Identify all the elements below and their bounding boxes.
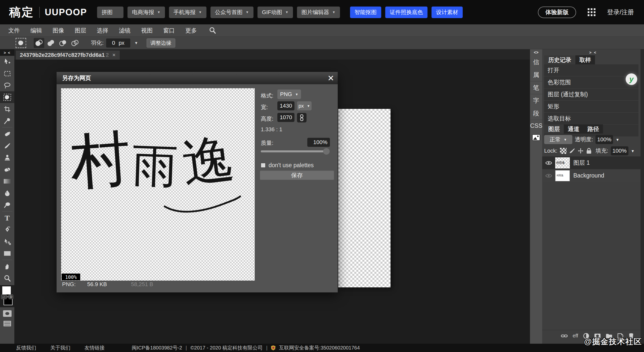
lock-all-icon[interactable] [586, 148, 592, 154]
tab-channels[interactable]: 通道 [564, 124, 583, 134]
layer-row[interactable]: 村雨逸 Background [542, 169, 640, 182]
login-register-link[interactable]: 登录/注册 [607, 8, 634, 16]
tab-sampling[interactable]: 取样 [575, 55, 595, 64]
tab-history[interactable]: 历史记录 [544, 55, 575, 64]
menu-item[interactable]: 视图 [136, 27, 158, 34]
opacity-input[interactable]: 100% [595, 135, 613, 144]
top-nav-button[interactable]: 手机海报 ▼ [169, 7, 206, 18]
refine-edge-button[interactable]: 调整边缘 [147, 38, 175, 48]
rightstrip-collapse-toggle[interactable]: <> [534, 49, 539, 56]
close-tab-icon[interactable]: × [112, 52, 116, 58]
blend-mode-select[interactable]: 正常 ▼ [544, 135, 572, 144]
path-select-tool-button[interactable] [0, 236, 14, 247]
link-icon[interactable] [561, 334, 568, 338]
menu-item[interactable]: 图像 [47, 27, 69, 34]
statusbar-link[interactable]: 反馈我们 [9, 344, 43, 351]
eyedropper-tool-button[interactable] [0, 115, 14, 127]
top-nav-button[interactable]: 公众号首图 ▼ [210, 7, 253, 18]
save-button[interactable]: 保存 [260, 170, 334, 180]
menu-item[interactable]: 编辑 [25, 27, 47, 34]
helper-floating-badge[interactable]: y [626, 73, 637, 85]
top-nav-button[interactable]: GIF动图 ▼ [257, 7, 293, 18]
document-tab[interactable]: 24379b2e228c9f47c827fb7dd6a1 2 × [16, 51, 120, 60]
palette-checkbox[interactable] [261, 163, 266, 168]
blur-tool-button[interactable] [0, 187, 14, 199]
quality-slider[interactable] [261, 150, 329, 152]
move-tool-button[interactable] [0, 56, 14, 68]
menu-item[interactable]: 窗口 [158, 27, 180, 34]
menu-item[interactable]: 滤镜 [114, 27, 136, 34]
history-step[interactable]: 矩形 [544, 101, 638, 113]
unit-select[interactable]: px ▼ [297, 101, 312, 110]
icp-number[interactable]: 闽ICP备18003982号-2 [132, 344, 182, 351]
clone-stamp-tool-button[interactable] [0, 152, 14, 163]
feather-dropdown-icon[interactable]: ▼ [134, 41, 138, 45]
brush-tool-button[interactable] [0, 140, 14, 152]
lock-transparency-icon[interactable] [560, 148, 567, 154]
rightstrip-panel-button[interactable]: 段 [530, 107, 542, 120]
statusbar-link[interactable]: 关于我们 [43, 344, 77, 351]
quick-select-tool-button[interactable] [0, 91, 14, 103]
feather-input[interactable]: 0 px [106, 38, 130, 48]
try-new-version-button[interactable]: 体验新版 [538, 7, 576, 18]
quick-mask-button[interactable] [3, 310, 12, 317]
layer-thumbnail[interactable]: 村雨逸 [555, 157, 570, 168]
lock-move-icon[interactable] [578, 148, 584, 154]
link-dimensions-button[interactable] [297, 113, 307, 122]
rightstrip-panel-button[interactable]: 信 [530, 56, 542, 68]
menu-item[interactable]: 文件 [3, 27, 25, 34]
foreground-color-swatch[interactable] [2, 286, 11, 295]
effects-button[interactable]: eff [573, 333, 578, 339]
tab-paths[interactable]: 路径 [583, 124, 603, 134]
quality-slider-thumb[interactable] [323, 148, 330, 155]
top-nav-button[interactable]: 拼图 ▼ [97, 7, 123, 18]
selection-mode-subtract-icon[interactable] [58, 38, 68, 48]
type-tool-button[interactable]: T [0, 212, 14, 224]
lasso-tool-button[interactable] [0, 79, 14, 91]
menu-item[interactable]: 图层 [69, 27, 92, 34]
top-nav-button[interactable]: 图片编辑器 ▼ [297, 7, 340, 18]
history-step[interactable]: 色彩范围 [544, 76, 638, 89]
image-preview[interactable]: 村 雨 逸 [61, 88, 255, 281]
menu-search-button[interactable] [204, 24, 221, 36]
selection-mode-add-icon[interactable] [46, 38, 56, 48]
logo[interactable]: 稿定 UUPOOP [9, 5, 87, 20]
layer-thumbnail[interactable]: 村雨逸 [555, 170, 570, 181]
fill-slider-icon[interactable]: ▼ [631, 149, 635, 153]
rightpanel-collapse-toggle[interactable]: > < [542, 49, 644, 55]
dialog-titlebar[interactable]: 另存为网页 [57, 72, 338, 84]
history-step[interactable]: 打开 [544, 64, 638, 76]
top-cta-button[interactable]: 智能抠图 [350, 7, 381, 18]
dodge-tool-button[interactable] [0, 199, 14, 211]
pen-tool-button[interactable] [0, 224, 14, 236]
zoom-tool-button[interactable] [0, 272, 14, 284]
screen-mode-button[interactable] [4, 321, 11, 326]
image-panel-icon[interactable] [532, 134, 540, 141]
selection-mode-intersect-icon[interactable] [70, 38, 80, 48]
menu-item[interactable]: 选择 [92, 27, 114, 34]
opacity-slider-icon[interactable]: ▼ [616, 138, 619, 142]
top-cta-button[interactable]: 设计素材 [432, 7, 463, 18]
fill-input[interactable]: 100% [611, 146, 628, 155]
format-select[interactable]: PNG ▼ [277, 90, 301, 99]
layer-visibility-toggle[interactable] [542, 161, 555, 165]
history-step[interactable]: 图层 (通过复制) [544, 89, 638, 101]
hand-tool-button[interactable] [0, 260, 14, 272]
quality-input[interactable]: 100% [307, 138, 330, 147]
selection-mode-new-icon[interactable] [34, 38, 44, 48]
layer-visibility-toggle[interactable] [542, 173, 555, 178]
rightstrip-panel-button[interactable]: 字 [530, 94, 542, 107]
dialog-close-icon[interactable]: ✕ [327, 73, 334, 83]
toolbar-collapse-toggle[interactable]: > < [0, 49, 14, 56]
panel-scroll-gutter[interactable] [640, 49, 644, 344]
width-input[interactable]: 1430 [277, 101, 294, 110]
shape-tool-button[interactable] [0, 247, 14, 259]
menu-item[interactable]: 更多 [180, 27, 202, 34]
gradient-tool-button[interactable] [0, 175, 14, 187]
apps-grid-icon[interactable] [588, 8, 595, 16]
marquee-tool-button[interactable] [0, 68, 14, 79]
lock-paint-icon[interactable] [569, 148, 575, 154]
tab-layers[interactable]: 图层 [544, 124, 564, 134]
heal-tool-button[interactable] [0, 128, 14, 140]
security-number[interactable]: 互联网安全备案号:35020602001764 [279, 344, 360, 351]
